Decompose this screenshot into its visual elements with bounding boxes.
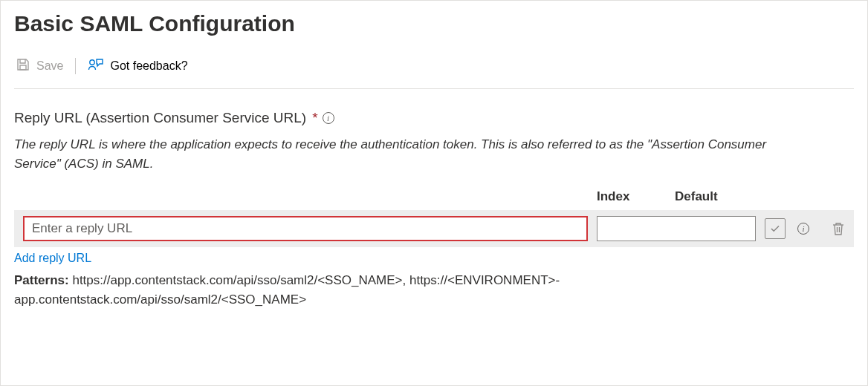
- check-icon: [769, 223, 781, 235]
- saml-config-panel: Basic SAML Configuration Save Got: [0, 0, 868, 386]
- section-description: The reply URL is where the application e…: [14, 135, 802, 173]
- feedback-icon: [88, 57, 104, 75]
- delete-row-button[interactable]: [829, 218, 848, 239]
- default-toggle[interactable]: [765, 218, 786, 239]
- patterns-value: https://app.contentstack.com/api/sso/sam…: [14, 273, 560, 307]
- feedback-button[interactable]: Got feedback?: [86, 54, 189, 78]
- trash-icon: [832, 221, 845, 236]
- patterns-text: Patterns: https://app.contentstack.com/a…: [14, 271, 802, 309]
- info-icon[interactable]: i: [797, 223, 809, 235]
- patterns-label: Patterns:: [14, 273, 69, 287]
- save-icon: [16, 57, 30, 75]
- reply-url-input[interactable]: [23, 216, 588, 241]
- section-label: Reply URL (Assertion Consumer Service UR…: [14, 110, 854, 126]
- column-index-header: Index: [594, 189, 672, 204]
- svg-rect-0: [20, 65, 26, 70]
- save-label: Save: [36, 59, 63, 73]
- toolbar: Save Got feedback?: [14, 54, 854, 89]
- page-title: Basic SAML Configuration: [14, 11, 854, 36]
- column-default-header: Default: [672, 189, 761, 204]
- save-button[interactable]: Save: [14, 54, 65, 78]
- reply-url-row: i: [14, 210, 854, 247]
- column-headers: Index Default: [14, 189, 854, 204]
- index-input[interactable]: [597, 216, 756, 241]
- required-indicator: *: [312, 110, 317, 126]
- svg-point-1: [90, 60, 94, 65]
- feedback-label: Got feedback?: [110, 59, 187, 73]
- section-label-text: Reply URL (Assertion Consumer Service UR…: [14, 110, 306, 126]
- toolbar-separator: [75, 58, 76, 74]
- add-reply-url-link[interactable]: Add reply URL: [14, 252, 91, 265]
- info-icon[interactable]: i: [323, 112, 334, 124]
